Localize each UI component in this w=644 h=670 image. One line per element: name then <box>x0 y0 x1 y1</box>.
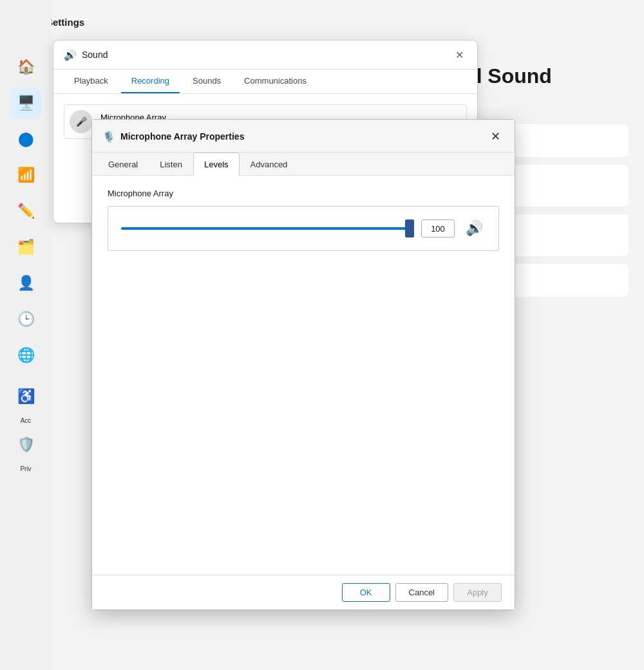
mic-properties-content: Microphone Array 🔊 <box>92 176 515 575</box>
mic-properties-dialog: 🎙️ Microphone Array Properties ✕ General… <box>91 119 515 610</box>
apply-button[interactable]: Apply <box>453 583 502 602</box>
tab-advanced[interactable]: Advanced <box>240 153 299 176</box>
slider-thumb[interactable] <box>405 219 414 237</box>
sidebar-icon-system[interactable]: 🖥️ <box>10 88 41 118</box>
settings-title: Settings <box>46 17 84 28</box>
mic-properties-titlebar: 🎙️ Microphone Array Properties ✕ <box>92 120 515 153</box>
sidebar-icon-personalization[interactable]: ✏️ <box>10 196 41 227</box>
mic-level-label: Microphone Array <box>108 189 499 198</box>
sidebar-icon-accounts[interactable]: 👤 <box>10 268 41 299</box>
speaker-icon: 🔊 <box>466 220 483 237</box>
mic-properties-title: 🎙️ Microphone Array Properties <box>102 131 244 143</box>
tab-communications[interactable]: Communications <box>234 70 317 93</box>
sidebar-icon-privacy[interactable]: 🛡️ <box>10 429 41 460</box>
ok-button[interactable]: OK <box>342 583 390 602</box>
tab-recording[interactable]: Recording <box>121 70 180 93</box>
sound-dialog-titlebar: 🔊 Sound ✕ <box>53 41 477 70</box>
mic-level-control: 🔊 <box>108 206 499 251</box>
sidebar-icon-bluetooth[interactable]: ⬤ <box>10 124 41 154</box>
settings-header: ← Settings <box>0 0 644 44</box>
sound-dialog-close-button[interactable]: ✕ <box>451 47 467 62</box>
mic-properties-tabs: General Listen Levels Advanced <box>92 153 515 176</box>
tab-levels[interactable]: Levels <box>193 153 240 176</box>
sound-dialog-title: 🔊 Sound <box>64 49 108 61</box>
mic-volume-slider[interactable] <box>121 227 413 230</box>
sidebar-icon-time[interactable]: 🕒 <box>10 304 41 335</box>
device-icon: 🎤 <box>70 110 93 133</box>
volume-value-input[interactable] <box>421 219 455 237</box>
slider-fill <box>121 227 413 230</box>
tab-general[interactable]: General <box>97 153 149 176</box>
tab-playback[interactable]: Playback <box>64 70 118 93</box>
sidebar-icon-home[interactable]: 🏠 <box>10 51 41 82</box>
sidebar-icon-apps[interactable]: 🗂️ <box>10 232 41 263</box>
mic-properties-footer: OK Cancel Apply <box>92 575 515 610</box>
mic-properties-close-button[interactable]: ✕ <box>486 127 504 145</box>
sidebar: 🏠 🖥️ ⬤ 📶 ✏️ 🗂️ 👤 🕒 🌐 ♿ Acc 🛡️ Priv <box>0 0 52 670</box>
sound-icon: 🔊 <box>64 49 77 61</box>
sound-dialog-tabs: Playback Recording Sounds Communications <box>53 70 477 94</box>
mic-properties-icon: 🎙️ <box>102 131 115 143</box>
sidebar-icon-language[interactable]: 🌐 <box>10 340 41 371</box>
volume-icon-button[interactable]: 🔊 <box>462 217 486 240</box>
sidebar-icon-accessibility[interactable]: ♿ <box>10 381 41 412</box>
tab-listen[interactable]: Listen <box>149 153 193 176</box>
sidebar-icon-network[interactable]: 📶 <box>10 160 41 191</box>
sidebar-label-accessibility: Acc <box>21 417 32 424</box>
tab-sounds[interactable]: Sounds <box>182 70 231 93</box>
cancel-button[interactable]: Cancel <box>395 583 448 602</box>
sidebar-label-privacy: Priv <box>20 465 31 472</box>
